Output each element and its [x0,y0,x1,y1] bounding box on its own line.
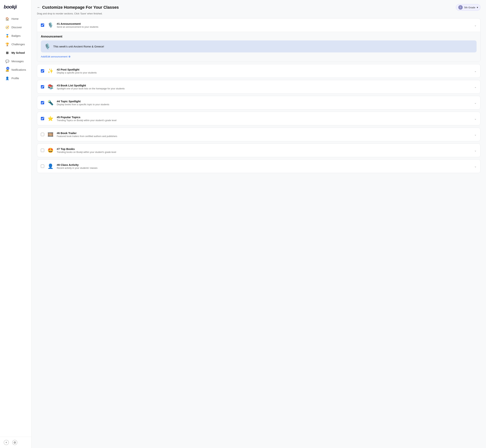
chevron-icon-topic-spotlight[interactable]: ⌄ [474,101,477,104]
section-row-topic-spotlight: 🔦 #4 Topic Spotlight Display books from … [37,96,480,109]
sidebar-nav: 🏠 Home 🧭 Discover 🏅 Badges 🏆 Challenges … [0,13,31,437]
sections-container: 🎙️ #1 Announcement Send an announcement … [37,18,480,173]
section-desc-topic-spotlight: Display books from a specific topic to y… [57,103,472,106]
announcement-bubble: 🎙️ This week's unit Ancient Rome & Greec… [41,40,477,52]
sidebar-item-notifications[interactable]: 🔔 34 Notifications [1,66,30,74]
section-title-topic-spotlight: #4 Topic Spotlight [57,100,472,103]
section-checkbox-topic-spotlight[interactable] [41,101,44,104]
section-row-announcement: 🎙️ #1 Announcement Send an announcement … [37,18,480,32]
section-card-book-trailer: 🎞️ #6 Book Trailer Featured book trailer… [37,128,480,141]
profile-icon: 👤 [5,76,9,80]
sidebar: bookji 🏠 Home 🧭 Discover 🏅 Badges 🏆 Chal… [0,0,31,448]
section-info-top-books: #7 Top Books Trending books on Bookji wi… [57,147,472,153]
announcement-bubble-text: This week's unit Ancient Rome & Greece! [53,45,104,48]
messages-label: Messages [11,60,24,63]
section-row-post-spotlight: ✨ #2 Post Spotlight Display a specific p… [37,64,480,78]
class-label: 5th Grade [464,6,475,9]
section-icon-class-activity: 👤 [47,162,54,170]
section-info-popular-topics: #5 Popular Topics Trending Topics on Boo… [57,116,472,122]
add-button[interactable]: + [4,440,9,445]
section-title-class-activity: #8 Class Activity [57,163,472,166]
section-checkbox-popular-topics[interactable] [41,117,44,120]
section-card-post-spotlight: ✨ #2 Post Spotlight Display a specific p… [37,64,480,78]
badges-icon: 🏅 [5,34,9,38]
section-desc-book-trailer: Featured book trailers from certified au… [57,135,472,138]
messages-icon: 💬 [5,59,9,63]
sidebar-item-my-school[interactable]: ⊞ My School [1,49,30,57]
chevron-icon-popular-topics[interactable]: ⌄ [474,117,477,120]
chevron-down-icon: ▾ [477,6,478,9]
badges-label: Badges [11,34,21,37]
section-row-top-books: 🤩 #7 Top Books Trending books on Bookji … [37,144,480,157]
add-edit-announcement-link[interactable]: Add/Edit announcement ⊕ [41,55,477,58]
chevron-icon-post-spotlight[interactable]: ⌄ [474,69,477,73]
class-avatar: 5 [458,5,463,10]
sidebar-item-challenges[interactable]: 🏆 Challenges [1,40,30,48]
sidebar-item-badges[interactable]: 🏅 Badges [1,32,30,40]
chevron-icon-book-list-spotlight[interactable]: ⌄ [474,85,477,89]
section-info-book-list-spotlight: #3 Book List Spotlight Spotlight one of … [57,84,472,90]
section-icon-book-trailer: 🎞️ [47,131,54,138]
discover-label: Discover [11,26,22,29]
sidebar-item-discover[interactable]: 🧭 Discover [1,23,30,31]
settings-icon: ⚙ [14,441,16,444]
home-icon: 🏠 [5,17,9,21]
section-card-class-activity: 👤 #8 Class Activity Recent activity in y… [37,159,480,173]
section-row-book-list-spotlight: 📚 #3 Book List Spotlight Spotlight one o… [37,80,480,93]
sidebar-bottom: + ⚙ [0,437,31,448]
discover-icon: 🧭 [5,25,9,29]
section-checkbox-class-activity[interactable] [41,165,44,168]
section-card-book-list-spotlight: 📚 #3 Book List Spotlight Spotlight one o… [37,80,480,94]
section-row-book-trailer: 🎞️ #6 Book Trailer Featured book trailer… [37,128,480,141]
chevron-icon-announcement[interactable]: ⌄ [474,24,477,27]
section-checkbox-post-spotlight[interactable] [41,69,44,72]
chevron-icon-class-activity[interactable]: ⌄ [474,165,477,168]
section-title-book-list-spotlight: #3 Book List Spotlight [57,84,472,87]
section-info-announcement: #1 Announcement Send an announcement to … [57,22,472,28]
section-icon-book-list-spotlight: 📚 [47,83,54,90]
notifications-label: Notifications [11,68,26,71]
back-button[interactable]: ← [37,6,40,9]
my-school-icon: ⊞ [5,51,9,55]
page-header: ← Customize Homepage For Your Classes 5 … [37,4,480,11]
my-school-label: My School [11,51,25,54]
section-desc-top-books: Trending books on Bookji within your stu… [57,151,472,153]
add-icon: ⊕ [68,55,71,58]
profile-label: Profile [11,77,19,80]
section-info-class-activity: #8 Class Activity Recent activity in you… [57,163,472,169]
settings-button[interactable]: ⚙ [12,440,17,445]
announcement-expanded: Announcement 🎙️ This week's unit Ancient… [37,32,480,62]
page-title: Customize Homepage For Your Classes [42,5,119,10]
section-checkbox-book-trailer[interactable] [41,133,44,136]
sidebar-item-home[interactable]: 🏠 Home [1,15,30,23]
sidebar-item-profile[interactable]: 👤 Profile [1,74,30,82]
section-icon-announcement: 🎙️ [47,21,54,29]
section-checkbox-top-books[interactable] [41,149,44,152]
app-logo: bookji [0,0,31,13]
section-checkbox-book-list-spotlight[interactable] [41,85,44,88]
section-info-book-trailer: #6 Book Trailer Featured book trailers f… [57,131,472,138]
sidebar-item-messages[interactable]: 💬 Messages [1,57,30,65]
section-icon-topic-spotlight: 🔦 [47,99,54,106]
section-icon-popular-topics: ⭐ [47,115,54,122]
section-info-topic-spotlight: #4 Topic Spotlight Display books from a … [57,100,472,106]
section-title-post-spotlight: #2 Post Spotlight [57,68,472,71]
section-card-popular-topics: ⭐ #5 Popular Topics Trending Topics on B… [37,112,480,125]
add-icon: + [5,441,7,444]
section-card-topic-spotlight: 🔦 #4 Topic Spotlight Display books from … [37,96,480,110]
section-icon-post-spotlight: ✨ [47,67,54,75]
chevron-icon-top-books[interactable]: ⌄ [474,149,477,152]
class-selector[interactable]: 5 5th Grade ▾ [456,4,480,11]
challenges-icon: 🏆 [5,42,9,46]
section-desc-post-spotlight: Display a specific post to your students [57,72,472,74]
section-card-top-books: 🤩 #7 Top Books Trending books on Bookji … [37,144,480,157]
chevron-icon-book-trailer[interactable]: ⌄ [474,133,477,136]
announcement-section-title: Announcement [41,35,477,38]
class-avatar-text: 5 [460,6,461,8]
section-checkbox-announcement[interactable] [41,24,44,27]
main-content: ← Customize Homepage For Your Classes 5 … [31,0,486,448]
challenges-label: Challenges [11,43,25,46]
section-desc-class-activity: Recent activity in your students' classe… [57,167,472,169]
section-row-class-activity: 👤 #8 Class Activity Recent activity in y… [37,160,480,173]
home-label: Home [11,17,19,20]
